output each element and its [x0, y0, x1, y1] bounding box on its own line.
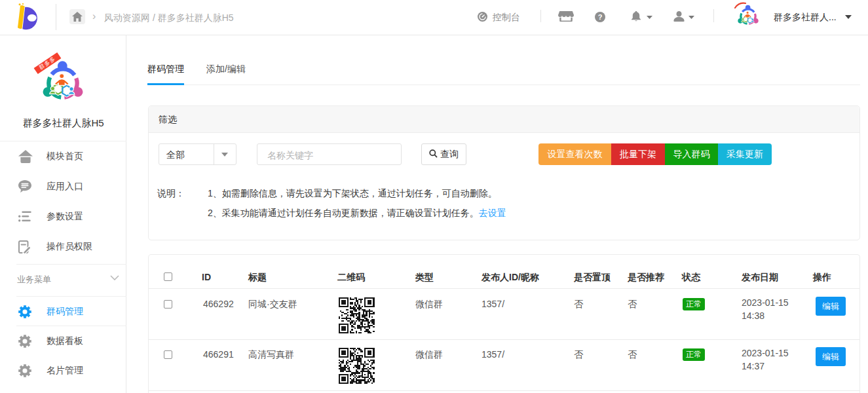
svg-text:?: ? [598, 13, 603, 21]
